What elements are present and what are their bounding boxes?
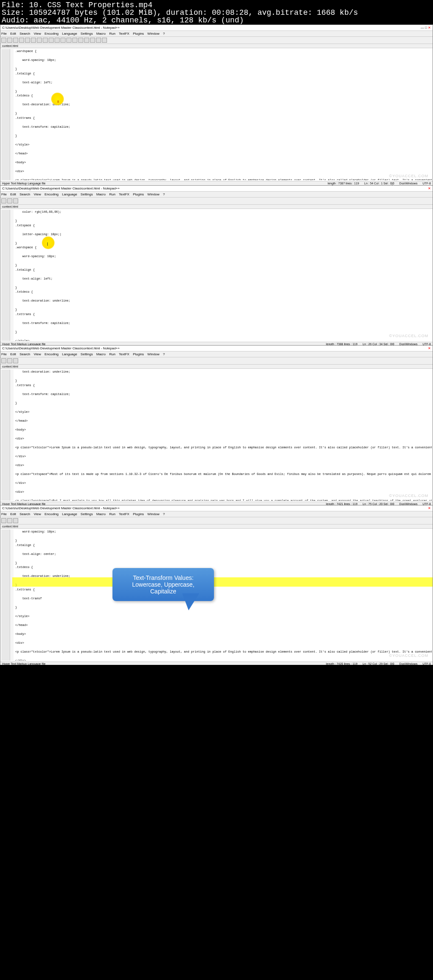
- menu-textfx[interactable]: TextFX: [119, 192, 129, 196]
- zoom-in-icon[interactable]: [78, 38, 83, 43]
- menu-file[interactable]: File: [1, 32, 7, 36]
- cut-icon[interactable]: [37, 38, 42, 43]
- menu-window[interactable]: Window: [148, 352, 159, 356]
- undo-icon[interactable]: [55, 38, 60, 43]
- menu-language[interactable]: Language: [62, 32, 77, 36]
- menu-view[interactable]: View: [34, 192, 41, 196]
- tab-context[interactable]: context.html: [2, 205, 18, 208]
- fold-column[interactable]: [10, 210, 14, 341]
- menubar[interactable]: File Edit Search View Encoding Language …: [0, 31, 433, 37]
- maximize-icon[interactable]: □: [425, 26, 427, 30]
- new-file-icon[interactable]: [1, 198, 6, 203]
- menu-settings[interactable]: Settings: [81, 32, 93, 36]
- find-icon[interactable]: [66, 38, 71, 43]
- menu-macro[interactable]: Macro: [96, 32, 106, 36]
- menu-search[interactable]: Search: [19, 352, 30, 356]
- redo-icon[interactable]: [60, 38, 66, 43]
- menu-search[interactable]: Search: [19, 32, 30, 36]
- new-file-icon[interactable]: [1, 38, 6, 43]
- menu-macro[interactable]: Macro: [96, 352, 106, 356]
- menu-edit[interactable]: Edit: [10, 32, 16, 36]
- menu-plugins[interactable]: Plugins: [133, 352, 144, 356]
- menu-textfx[interactable]: TextFX: [119, 352, 129, 356]
- menu-help[interactable]: ?: [163, 32, 164, 36]
- toolbar[interactable]: [0, 517, 433, 524]
- close-icon[interactable]: ✕: [428, 26, 431, 30]
- menu-run[interactable]: Run: [109, 352, 115, 356]
- copy-icon[interactable]: [43, 38, 48, 43]
- menu-settings[interactable]: Settings: [81, 192, 93, 196]
- menu-search[interactable]: Search: [19, 512, 30, 516]
- menu-encoding[interactable]: Encoding: [44, 32, 58, 36]
- menu-language[interactable]: Language: [62, 512, 77, 516]
- menu-settings[interactable]: Settings: [81, 512, 93, 516]
- menu-run[interactable]: Run: [109, 192, 115, 196]
- tab-context[interactable]: context.html: [2, 525, 18, 528]
- close-file-icon[interactable]: [25, 38, 30, 43]
- open-file-icon[interactable]: [7, 358, 12, 363]
- menu-textfx[interactable]: TextFX: [119, 32, 129, 36]
- record-macro-icon[interactable]: [96, 38, 101, 43]
- replace-icon[interactable]: [72, 38, 77, 43]
- minimize-icon[interactable]: —: [421, 26, 424, 30]
- menubar[interactable]: File Edit Search View Encoding Language …: [0, 511, 433, 517]
- save-icon[interactable]: [13, 358, 18, 363]
- save-icon[interactable]: [13, 38, 18, 43]
- paste-icon[interactable]: [49, 38, 54, 43]
- menu-window[interactable]: Window: [148, 512, 159, 516]
- menubar[interactable]: File Edit Search View Encoding Language …: [0, 192, 433, 198]
- open-file-icon[interactable]: [7, 518, 12, 523]
- code-editor[interactable]: text-decoration: underline; } .txttrans …: [14, 370, 432, 501]
- toolbar[interactable]: [0, 198, 433, 205]
- code-editor[interactable]: word-spacing: 10px; } .txtalign { text-a…: [14, 530, 432, 661]
- menu-window[interactable]: Window: [148, 32, 159, 36]
- menu-help[interactable]: ?: [163, 192, 164, 196]
- menu-search[interactable]: Search: [19, 192, 30, 196]
- menu-encoding[interactable]: Encoding: [44, 192, 58, 196]
- close-icon[interactable]: ✕: [428, 187, 431, 190]
- code-editor[interactable]: .wordspace { word-spacing: 10px; } .txta…: [14, 49, 432, 180]
- menu-macro[interactable]: Macro: [96, 512, 106, 516]
- menu-language[interactable]: Language: [62, 352, 77, 356]
- menu-edit[interactable]: Edit: [10, 352, 16, 356]
- menu-run[interactable]: Run: [109, 512, 115, 516]
- menu-encoding[interactable]: Encoding: [44, 352, 58, 356]
- menu-plugins[interactable]: Plugins: [133, 32, 144, 36]
- menu-textfx[interactable]: TextFX: [119, 512, 129, 516]
- fold-column[interactable]: [10, 49, 14, 180]
- menu-plugins[interactable]: Plugins: [133, 512, 144, 516]
- menu-file[interactable]: File: [1, 512, 7, 516]
- fold-column[interactable]: [10, 370, 14, 501]
- menu-language[interactable]: Language: [62, 192, 77, 196]
- zoom-out-icon[interactable]: [84, 38, 89, 43]
- save-icon[interactable]: [13, 198, 18, 203]
- new-file-icon[interactable]: [1, 518, 6, 523]
- save-all-icon[interactable]: [19, 38, 24, 43]
- menubar[interactable]: File Edit Search View Encoding Language …: [0, 351, 433, 357]
- menu-edit[interactable]: Edit: [10, 512, 16, 516]
- toolbar[interactable]: [0, 357, 433, 365]
- menu-file[interactable]: File: [1, 352, 7, 356]
- menu-encoding[interactable]: Encoding: [44, 512, 58, 516]
- tab-context[interactable]: context.html: [2, 365, 18, 368]
- close-icon[interactable]: ✕: [428, 506, 431, 510]
- tab-context[interactable]: context.html: [2, 44, 18, 47]
- print-icon[interactable]: [31, 38, 36, 43]
- code-editor[interactable]: color: rgb(146,88,96); } .txtspace { let…: [14, 210, 432, 341]
- menu-file[interactable]: File: [1, 192, 7, 196]
- wordwrap-icon[interactable]: [90, 38, 95, 43]
- fold-column[interactable]: [10, 530, 14, 661]
- menu-edit[interactable]: Edit: [10, 192, 16, 196]
- menu-view[interactable]: View: [34, 32, 41, 36]
- play-macro-icon[interactable]: [102, 38, 107, 43]
- menu-settings[interactable]: Settings: [81, 352, 93, 356]
- menu-help[interactable]: ?: [163, 352, 164, 356]
- menu-help[interactable]: ?: [163, 512, 164, 516]
- menu-view[interactable]: View: [34, 512, 41, 516]
- save-icon[interactable]: [13, 518, 18, 523]
- menu-plugins[interactable]: Plugins: [133, 192, 144, 196]
- new-file-icon[interactable]: [1, 358, 6, 363]
- close-icon[interactable]: ✕: [428, 346, 431, 350]
- menu-macro[interactable]: Macro: [96, 192, 106, 196]
- open-file-icon[interactable]: [7, 38, 12, 43]
